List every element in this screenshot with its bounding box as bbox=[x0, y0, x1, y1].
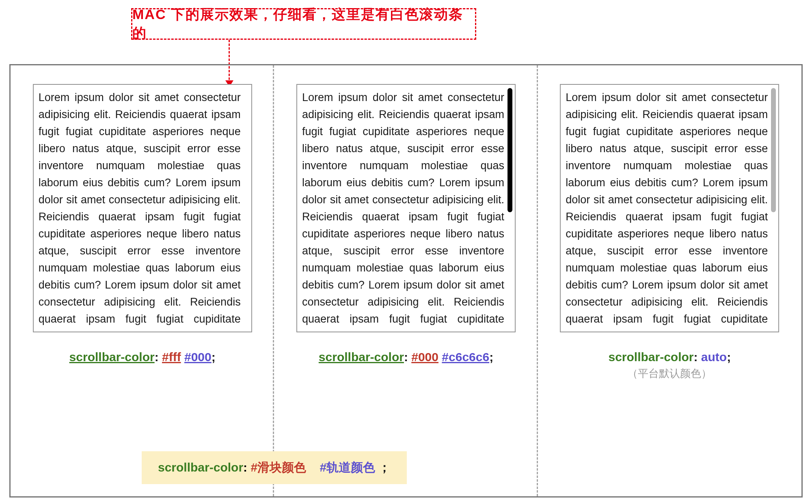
scrollbar-thumb-black[interactable] bbox=[508, 88, 512, 212]
caption-2: scrollbar-color: #000 #c6c6c6; bbox=[319, 350, 493, 364]
scrollbar-thumb-auto[interactable] bbox=[771, 88, 776, 212]
legend-semi: ； bbox=[378, 461, 391, 474]
legend-box: scrollbar-color: #滑块颜色 #轨道颜色 ； bbox=[142, 451, 407, 484]
callout-text: MAC 下的展示效果，仔细看，这里是有白色滚动条的 bbox=[132, 5, 475, 43]
css-prop: scrollbar-color bbox=[608, 350, 693, 364]
css-prop: scrollbar-color bbox=[319, 350, 404, 364]
demo-text: Lorem ipsum dolor sit amet consectetur a… bbox=[561, 85, 778, 332]
css-val-thumb: #000 bbox=[411, 350, 438, 364]
scroll-demo-black[interactable]: Lorem ipsum dolor sit amet consectetur a… bbox=[296, 84, 516, 332]
css-val-auto: auto bbox=[701, 350, 727, 364]
demo-text: Lorem ipsum dolor sit amet consectetur a… bbox=[34, 85, 251, 332]
legend-prop: scrollbar-color bbox=[158, 461, 243, 474]
demo-container: Lorem ipsum dolor sit amet consectetur a… bbox=[9, 64, 803, 498]
demo-column-3: Lorem ipsum dolor sit amet consectetur a… bbox=[538, 65, 801, 496]
css-prop: scrollbar-color bbox=[69, 350, 155, 364]
callout-box: MAC 下的展示效果，仔细看，这里是有白色滚动条的 bbox=[131, 8, 476, 40]
css-val-thumb: #fff bbox=[162, 350, 181, 364]
css-val-track: #000 bbox=[184, 350, 212, 364]
css-semi: ; bbox=[727, 350, 731, 364]
scrollbar-thumb-white[interactable] bbox=[244, 88, 249, 212]
scroll-demo-white[interactable]: Lorem ipsum dolor sit amet consectetur a… bbox=[33, 84, 252, 332]
legend-thumb-color: #滑块颜色 bbox=[251, 461, 306, 474]
scroll-demo-auto[interactable]: Lorem ipsum dolor sit amet consectetur a… bbox=[560, 84, 779, 332]
css-semi: ; bbox=[212, 350, 216, 364]
legend-track-color: #轨道颜色 bbox=[320, 461, 375, 474]
css-val-track: #c6c6c6 bbox=[442, 350, 489, 364]
css-semi: ; bbox=[489, 350, 493, 364]
caption-1: scrollbar-color: #fff #000; bbox=[69, 350, 216, 364]
demo-column-2: Lorem ipsum dolor sit amet consectetur a… bbox=[274, 65, 538, 496]
caption-3: scrollbar-color: auto; bbox=[608, 350, 731, 364]
legend-colon: : bbox=[243, 461, 247, 474]
caption-3-note: （平台默认颜色） bbox=[627, 366, 712, 381]
demo-text: Lorem ipsum dolor sit amet consectetur a… bbox=[297, 85, 515, 332]
demo-column-1: Lorem ipsum dolor sit amet consectetur a… bbox=[11, 65, 274, 496]
